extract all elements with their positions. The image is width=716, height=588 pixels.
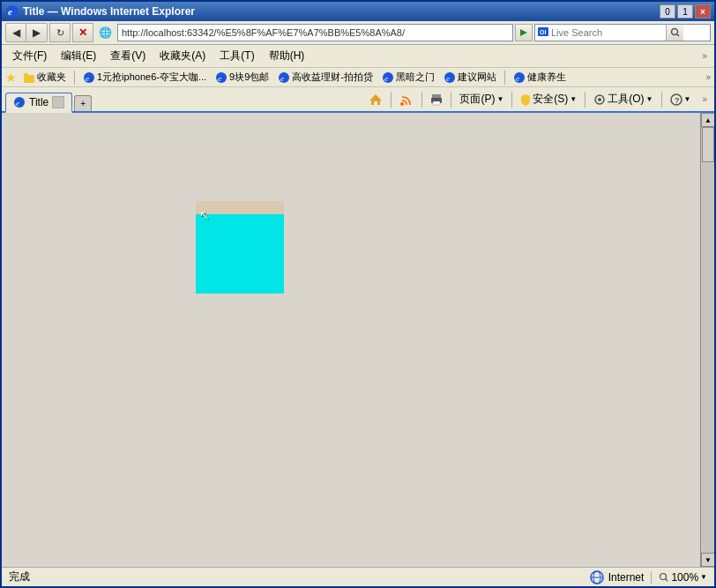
title-bar: e Title — Windows Internet Explorer 0 1 … xyxy=(2,2,714,21)
live-search-area[interactable]: Ol xyxy=(534,24,711,41)
content-area: ↖ ▲ ▼ xyxy=(2,113,714,567)
menu-edit[interactable]: 编辑(E) xyxy=(57,47,100,65)
menu-tools[interactable]: 工具(T) xyxy=(216,47,257,65)
menu-file[interactable]: 文件(F) xyxy=(9,47,50,65)
active-tab[interactable]: e Title xyxy=(5,93,72,113)
ie-icon: e xyxy=(5,4,19,19)
print-icon xyxy=(430,93,443,106)
favorites-item-6[interactable]: e 健康养生 xyxy=(511,70,569,85)
svg-text:e: e xyxy=(280,74,284,83)
svg-point-29 xyxy=(598,98,601,101)
rss-icon xyxy=(399,93,414,107)
zoom-dropdown-icon: ▼ xyxy=(700,573,707,581)
title-bar-buttons: 0 1 × xyxy=(660,4,711,19)
address-bar[interactable]: http://localhost:63342/%E5%8F%AF%E7%A7%B… xyxy=(117,24,513,41)
tools-icon xyxy=(593,93,606,106)
home-button[interactable] xyxy=(362,90,389,109)
scroll-up-button[interactable]: ▲ xyxy=(701,113,714,127)
feeds-button[interactable] xyxy=(393,90,420,109)
menu-favorites[interactable]: 收藏夹(A) xyxy=(156,47,209,65)
tab-ie-icon: e xyxy=(13,96,26,108)
favorites-item-1[interactable]: e 1元抢iphone6-夺宝大咖... xyxy=(80,70,209,85)
stop-button[interactable]: ✕ xyxy=(72,23,93,42)
svg-rect-27 xyxy=(433,101,440,105)
back-button[interactable]: ◀ xyxy=(5,23,26,42)
page-button[interactable]: 页面(P) ▼ xyxy=(453,89,510,109)
favorites-item-3[interactable]: e 高收益理财-拍拍贷 xyxy=(275,70,376,85)
search-icon xyxy=(670,27,681,38)
svg-text:e: e xyxy=(218,74,221,83)
title-bar-left: e Title — Windows Internet Explorer xyxy=(5,4,195,19)
fav-ie-icon-5: e xyxy=(444,71,456,84)
toolbar-chevron[interactable]: » xyxy=(698,94,711,104)
favorites-item-2[interactable]: e 9块9包邮 xyxy=(213,70,272,85)
scrollbar-thumb[interactable] xyxy=(702,127,714,162)
menu-help[interactable]: 帮助(H) xyxy=(265,47,309,65)
search-button[interactable] xyxy=(666,25,683,41)
status-text: 完成 xyxy=(9,569,582,584)
forward-button[interactable]: ▶ xyxy=(26,23,48,42)
zoom-label: 100% xyxy=(671,571,698,584)
status-bar: 完成 Internet 100% ▼ xyxy=(2,567,714,586)
favorites-item-5[interactable]: e 建议网站 xyxy=(441,70,499,85)
browser-chrome: ◀ ▶ ↻ ✕ 🌐 http://localhost:63342/%E5%8F%… xyxy=(2,21,714,113)
go-arrow-icon xyxy=(518,27,529,38)
svg-point-5 xyxy=(671,29,677,35)
svg-rect-7 xyxy=(24,75,34,83)
search-input[interactable] xyxy=(551,27,666,38)
svg-line-36 xyxy=(666,578,668,581)
print-button[interactable] xyxy=(424,91,449,108)
demo-container: ↖ xyxy=(196,201,284,294)
outlook-icon: Ol xyxy=(537,26,549,39)
nav-toolbar-right: 页面(P) ▼ 安全(S) ▼ 工具(O) ▼ ? ▼ xyxy=(362,89,711,111)
tools-button[interactable]: 工具(O) ▼ xyxy=(587,89,659,109)
browser-window: e Title — Windows Internet Explorer 0 1 … xyxy=(0,0,716,588)
menu-view[interactable]: 查看(V) xyxy=(107,47,149,65)
favorites-star-icon: ★ xyxy=(5,71,17,85)
close-button[interactable]: × xyxy=(695,4,711,19)
maximize-button[interactable]: 1 xyxy=(677,4,693,19)
svg-text:e: e xyxy=(446,74,450,83)
menu-bar: 文件(F) 编辑(E) 查看(V) 收藏夹(A) 工具(T) 帮助(H) » xyxy=(2,45,714,68)
zoom-control[interactable]: 100% ▼ xyxy=(651,571,707,584)
new-tab-button[interactable]: + xyxy=(74,95,92,111)
toolbar-sep-2 xyxy=(421,92,422,108)
svg-text:Ol: Ol xyxy=(540,29,546,35)
security-dropdown-icon: ▼ xyxy=(570,95,577,103)
toolbar-sep-5 xyxy=(585,92,585,108)
scrollbar-vertical[interactable]: ▲ ▼ xyxy=(700,113,714,567)
fav-ie-icon-3: e xyxy=(278,71,290,84)
zoom-icon xyxy=(659,572,669,583)
help-dropdown-icon: ▼ xyxy=(684,95,691,103)
help-button[interactable]: ? ▼ xyxy=(664,91,697,108)
toolbar-sep-4 xyxy=(511,92,512,108)
address-row: ◀ ▶ ↻ ✕ 🌐 http://localhost:63342/%E5%8F%… xyxy=(2,21,714,45)
security-button[interactable]: 安全(S) ▼ xyxy=(514,89,583,109)
svg-text:?: ? xyxy=(675,96,680,105)
window-title: Title — Windows Internet Explorer xyxy=(23,5,195,18)
scrollbar-track[interactable] xyxy=(701,127,714,553)
favorites-item-4[interactable]: e 黑暗之门 xyxy=(379,70,437,85)
fav-separator-2 xyxy=(504,71,505,85)
internet-icon xyxy=(589,569,605,585)
fav-ie-icon-1: e xyxy=(83,71,95,84)
status-right: Internet 100% ▼ xyxy=(589,569,707,585)
favorites-chevron[interactable]: » xyxy=(705,72,711,82)
favorites-bar: ★ 收藏夹 e 1元抢iphone6-夺宝大咖... e 9块9包邮 e 高收益… xyxy=(2,68,714,87)
svg-text:e: e xyxy=(16,99,19,108)
minimize-button[interactable]: 0 xyxy=(660,4,675,19)
svg-rect-8 xyxy=(24,73,28,76)
svg-text:e: e xyxy=(384,74,388,83)
back-forward-group: ◀ ▶ xyxy=(5,23,48,42)
url-text: http://localhost:63342/%E5%8F%AF%E7%A7%B… xyxy=(122,27,405,38)
menu-chevron[interactable]: » xyxy=(702,51,707,61)
favorites-item-0[interactable]: 收藏夹 xyxy=(20,70,69,85)
refresh-button[interactable]: ↻ xyxy=(49,23,71,42)
svg-point-24 xyxy=(400,102,404,106)
page-dropdown-icon: ▼ xyxy=(496,95,503,103)
scroll-down-button[interactable]: ▼ xyxy=(701,553,714,567)
tab-loading-indicator xyxy=(52,96,64,108)
address-label: 🌐 xyxy=(95,26,116,39)
toolbar-sep-3 xyxy=(451,92,451,108)
go-button[interactable] xyxy=(515,24,533,41)
